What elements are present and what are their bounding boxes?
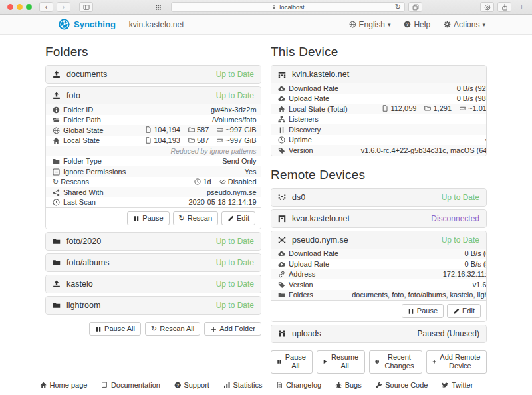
- edit-button[interactable]: Edit: [221, 211, 255, 225]
- folder-row-foto[interactable]: foto Up to Date: [46, 87, 261, 104]
- refresh-icon: ↻: [179, 215, 185, 222]
- device-panel-uploads: uploads Paused (Unused): [271, 325, 487, 343]
- gear-icon: [444, 21, 451, 28]
- documentation-link[interactable]: Documentation: [101, 381, 160, 389]
- bugs-link[interactable]: Bugs: [335, 381, 362, 389]
- reload-button[interactable]: ↻: [395, 3, 401, 11]
- row-folder-id: Folder ID gw4hx-3dz2m: [46, 104, 261, 115]
- zoom-window-button[interactable]: [26, 4, 32, 10]
- status-badge: Up to Date: [216, 91, 254, 100]
- address-bar[interactable]: localhost ↻: [171, 2, 405, 12]
- new-tab-button[interactable]: +: [515, 2, 529, 12]
- this-device-table: Download Rate 0 B/s (928 B) Upload Rate …: [271, 83, 487, 156]
- folders-footer-actions: Pause All ↻Rescan All Add Folder: [45, 322, 261, 336]
- folder-actions: Pause ↻Rescan Edit: [46, 207, 261, 229]
- row-local-state-total: Local State (Total) 112,059 1,291 ~1.01 …: [271, 104, 487, 114]
- actions-dropdown[interactable]: Actions ▾: [444, 20, 485, 29]
- navbar-device-name: kvin.kastelo.net: [129, 20, 184, 29]
- exchange-icon: [278, 126, 285, 134]
- actions-label: Actions: [454, 20, 479, 29]
- help-link[interactable]: Help: [404, 20, 430, 29]
- device-name: kvin.kastelo.net: [292, 70, 349, 79]
- row-rescans: ↻ Rescans 1d Disabled: [46, 177, 261, 188]
- cloud-upload-icon: [278, 261, 285, 268]
- folder-panel-foto-albums: foto/albums Up to Date: [45, 253, 261, 272]
- share-button[interactable]: [497, 2, 511, 12]
- tab-overview-icon[interactable]: [151, 2, 165, 12]
- pause-button[interactable]: Pause: [127, 211, 169, 225]
- reader-button[interactable]: [480, 2, 494, 12]
- changelog-link[interactable]: Changelog: [276, 381, 321, 389]
- page-footer: Home page Documentation Support Statisti…: [0, 374, 532, 395]
- folder-row-foto-albums[interactable]: foto/albums Up to Date: [46, 254, 261, 271]
- home-icon: [278, 106, 285, 113]
- back-button[interactable]: ‹: [39, 2, 53, 12]
- page: ‹ › localhost ↻ + Syncthing kvin.kastelo…: [0, 0, 532, 395]
- folder-name: foto/albums: [66, 258, 110, 267]
- rescan-button[interactable]: ↻Rescan: [173, 211, 219, 225]
- folder-row-lightroom[interactable]: lightroom Up to Date: [46, 297, 261, 314]
- question-circle-icon: [404, 21, 411, 28]
- twitter-link[interactable]: Twitter: [442, 381, 473, 389]
- plus-icon: [210, 326, 217, 332]
- url-text: localhost: [279, 3, 305, 11]
- row-version: Version v1.6.0-rc.4+22-g5b34c31c, macOS …: [271, 145, 487, 156]
- edit-device-button[interactable]: Edit: [447, 304, 481, 318]
- rescan-all-button[interactable]: ↻Rescan All: [145, 322, 200, 336]
- forward-button[interactable]: ›: [57, 2, 70, 12]
- twitter-icon: [442, 382, 449, 389]
- language-dropdown[interactable]: English ▾: [349, 20, 391, 29]
- row-folder-type: Folder Type Send Only: [46, 156, 261, 167]
- chevron-down-icon: ▾: [482, 21, 485, 28]
- support-link[interactable]: Support: [174, 381, 209, 389]
- folder-icon: [53, 259, 61, 267]
- device-row-uploads[interactable]: uploads Paused (Unused): [271, 325, 486, 342]
- clock-icon: [194, 178, 201, 185]
- bug-icon: [335, 382, 342, 389]
- folder-icon: [53, 158, 60, 165]
- folder-row-kastelo[interactable]: kastelo Up to Date: [46, 275, 261, 293]
- sidebar-toggle-button[interactable]: [79, 2, 93, 12]
- plus-icon: [432, 358, 436, 365]
- syncthing-logo-icon: [59, 19, 70, 30]
- device-identicon: [278, 194, 286, 201]
- brand[interactable]: Syncthing: [59, 19, 116, 30]
- pause-all-folders-button[interactable]: Pause All: [89, 322, 141, 336]
- play-icon: [323, 358, 328, 365]
- cloud-download-icon: [278, 85, 285, 92]
- device-row-ds0[interactable]: ds0 Up to Date: [271, 189, 486, 206]
- upload-folder-icon: [53, 92, 61, 100]
- remote-devices-title: Remote Devices: [271, 168, 487, 182]
- device-panel-kvar: kvar.kastelo.net Disconnected: [271, 209, 487, 228]
- folder-row-foto-2020[interactable]: foto/2020 Up to Date: [46, 233, 261, 250]
- pause-device-button[interactable]: Pause: [402, 304, 444, 318]
- book-icon: [101, 382, 108, 389]
- minimize-window-button[interactable]: [17, 4, 23, 10]
- show-all-tabs-button[interactable]: [408, 2, 422, 12]
- row-upload-rate: Upload Rate 0 B/s (595 B): [271, 259, 487, 269]
- close-window-button[interactable]: [7, 4, 13, 10]
- device-row-pseudo[interactable]: pseudo.nym.se Up to Date: [271, 231, 486, 249]
- status-badge: Up to Date: [216, 279, 254, 289]
- pause-icon: [277, 358, 281, 365]
- status-badge: Up to Date: [216, 70, 254, 79]
- upload-folder-icon: [53, 280, 61, 288]
- file-icon: [382, 105, 388, 112]
- resume-all-button[interactable]: Resume All: [317, 350, 365, 373]
- this-device-panel: kvin.kastelo.net Download Rate 0 B/s (92…: [271, 65, 487, 156]
- device-identicon: [278, 215, 286, 223]
- statistics-link[interactable]: Statistics: [223, 381, 263, 389]
- folder-row-documents[interactable]: documents Up to Date: [46, 66, 261, 83]
- row-download-rate: Download Rate 0 B/s (928 B): [271, 83, 487, 94]
- row-shared-with: Shared With pseudo.nym.se: [46, 187, 261, 198]
- device-identicon: [278, 236, 286, 244]
- device-row-kvar[interactable]: kvar.kastelo.net Disconnected: [271, 210, 486, 227]
- home-icon: [53, 137, 60, 144]
- add-remote-device-button[interactable]: Add Remote Device: [426, 350, 487, 373]
- this-device-row[interactable]: kvin.kastelo.net: [271, 66, 486, 83]
- home-page-link[interactable]: Home page: [40, 381, 87, 389]
- source-code-link[interactable]: Source Code: [376, 381, 428, 389]
- recent-changes-button[interactable]: Recent Changes: [369, 350, 422, 373]
- pause-all-devices-button[interactable]: Pause All: [271, 350, 313, 373]
- add-folder-button[interactable]: Add Folder: [204, 322, 261, 336]
